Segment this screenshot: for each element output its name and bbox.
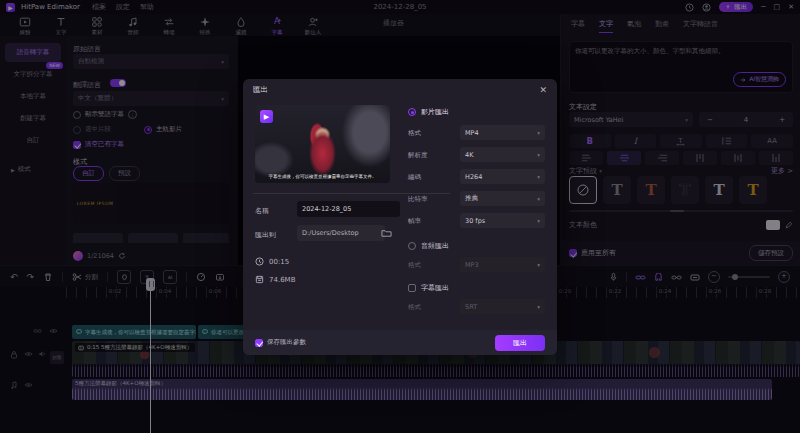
chevron-down-icon: ▾ — [537, 130, 540, 136]
radio-selected-icon — [408, 108, 416, 116]
subtitle-format-row: 格式SRT▾ — [408, 299, 545, 314]
field-select[interactable]: 4K▾ — [460, 147, 545, 162]
filesize-row: 74.6MB — [255, 275, 295, 284]
video-格式-row: 格式MP4▾ — [408, 125, 545, 140]
chevron-down-icon: ▾ — [537, 174, 540, 180]
field-select[interactable]: H264▾ — [460, 169, 545, 184]
field-value: MP3 — [465, 261, 479, 269]
chevron-down-icon: ▾ — [537, 262, 540, 268]
save-params-label: 保存匯出參數 — [267, 338, 306, 347]
field-label: 幀率 — [408, 217, 421, 226]
field-value: MP4 — [465, 129, 479, 137]
clock-icon — [255, 257, 264, 266]
field-label: 編碼 — [408, 173, 421, 182]
video-編碼-row: 編碼H264▾ — [408, 169, 545, 184]
chevron-down-icon: ▾ — [537, 304, 540, 310]
video-幀率-row: 幀率30 fps▾ — [408, 213, 545, 228]
name-label: 名稱 — [255, 206, 269, 216]
section-label: 字幕匯出 — [421, 283, 449, 293]
field-value: 4K — [465, 151, 473, 159]
field-label: 比特率 — [408, 195, 428, 204]
field-label: 格式 — [408, 261, 421, 270]
export-preview-thumbnail: ▶ 字幕生成後，你可以檢查並根據需要自定義字幕文件。 — [255, 105, 390, 183]
field-value: H264 — [465, 173, 482, 181]
field-label: 解析度 — [408, 151, 428, 160]
section-label: 影片匯出 — [421, 107, 449, 117]
export-settings-column: 影片匯出格式MP4▾解析度4K▾編碼H264▾比特率推薦▾幀率30 fps▾音頻… — [408, 79, 545, 325]
video-export-radio[interactable]: 影片匯出 — [408, 107, 449, 117]
subtitle-export-checkbox[interactable]: 字幕匯出 — [408, 283, 449, 293]
storage-icon — [255, 275, 264, 284]
duration-row: 00:15 — [255, 257, 289, 266]
field-label: 格式 — [408, 129, 421, 138]
save-params-checkbox[interactable] — [255, 339, 263, 347]
field-select: MP3▾ — [460, 257, 545, 272]
chevron-down-icon: ▾ — [537, 196, 540, 202]
preview-subtitle-text: 字幕生成後，你可以檢查並根據需要自定義字幕文件。 — [257, 174, 388, 179]
export-dialog: 匯出 ✕ ▶ 字幕生成後，你可以檢查並根據需要自定義字幕文件。 名稱 匯出到 0… — [243, 79, 557, 355]
field-value: 推薦 — [465, 194, 478, 203]
radio-icon — [408, 242, 416, 250]
section-label: 音頻匯出 — [421, 241, 449, 251]
dialog-title: 匯出 — [253, 85, 268, 95]
field-value: 30 fps — [465, 217, 485, 225]
audio-export-radio[interactable]: 音頻匯出 — [408, 241, 449, 251]
app-window: ▶ HitPaw Edimakor 檔案設定幫助 匯出 ─ □ ✕ 2024-1… — [0, 0, 800, 433]
field-select[interactable]: 推薦▾ — [460, 191, 545, 206]
video-解析度-row: 解析度4K▾ — [408, 147, 545, 162]
field-select[interactable]: 30 fps▾ — [460, 213, 545, 228]
destination-label: 匯出到 — [255, 230, 276, 240]
watermark-logo-icon: ▶ — [260, 110, 273, 123]
destination-input[interactable] — [297, 225, 385, 241]
confirm-export-button[interactable]: 匯出 — [495, 335, 545, 351]
folder-icon[interactable] — [381, 228, 392, 238]
audio-format-row: 格式MP3▾ — [408, 257, 545, 272]
video-比特率-row: 比特率推薦▾ — [408, 191, 545, 206]
field-select: SRT▾ — [460, 299, 545, 314]
field-select[interactable]: MP4▾ — [460, 125, 545, 140]
name-input[interactable] — [297, 201, 400, 217]
checkbox-icon — [408, 284, 416, 292]
field-label: 格式 — [408, 303, 421, 312]
chevron-down-icon: ▾ — [537, 218, 540, 224]
dialog-footer: 保存匯出參數 匯出 — [243, 330, 557, 355]
chevron-down-icon: ▾ — [537, 152, 540, 158]
field-value: SRT — [465, 303, 477, 311]
